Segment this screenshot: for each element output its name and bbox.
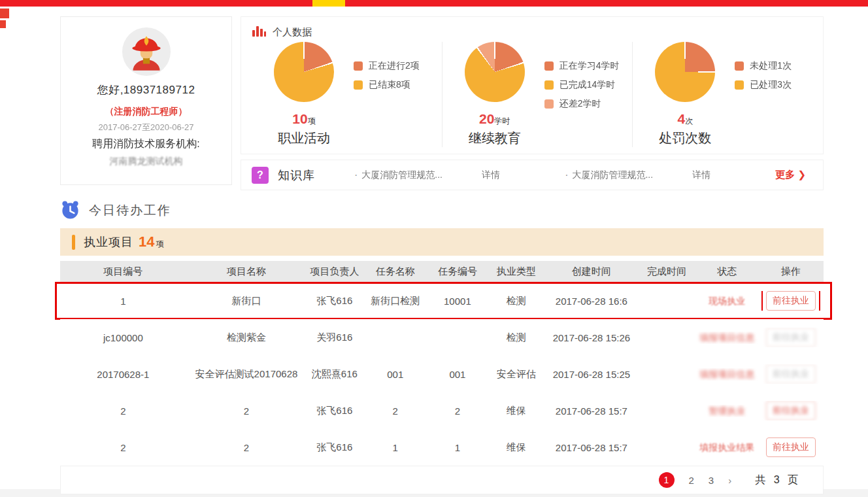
- go-practice-button[interactable]: 前往执业: [766, 437, 816, 457]
- knowledge-item-title[interactable]: 大厦消防管理规范...: [572, 169, 653, 181]
- chart-title: 继续教育: [469, 129, 521, 147]
- legend-swatch-icon: [354, 61, 363, 71]
- top-red-bar: [0, 0, 868, 7]
- cell-project-manager: 沈熙熹616: [307, 368, 362, 381]
- org-name: 河南腾龙测试机构: [61, 156, 231, 167]
- page-number[interactable]: 2: [689, 475, 694, 486]
- knowledge-item[interactable]: ·大厦消防管理规范...详情: [354, 169, 565, 181]
- cell-project-name: 检测紫金: [186, 332, 307, 344]
- legend-item: 已处理3次: [735, 79, 792, 91]
- pie-chart-section: 4次 处罚次数 未处理1次已处理3次: [632, 42, 823, 147]
- firefighter-avatar: [122, 27, 171, 76]
- left-edge-red-mark: [0, 20, 6, 28]
- legend-item: 未处理1次: [735, 60, 792, 72]
- dashboard-page: 您好,18937189712 （注册消防工程师） 2017-06-27至2020…: [0, 0, 868, 497]
- cell-created-time: 2017-06-28 15:26: [546, 332, 637, 343]
- cell-project-name: 新街口: [186, 295, 307, 307]
- column-header: 项目名称: [186, 266, 307, 278]
- go-practice-button[interactable]: 前往执业: [766, 328, 816, 347]
- cell-project-manager: 张飞616: [307, 441, 362, 454]
- cell-project-id: 2: [60, 442, 186, 453]
- legend-label: 已结束8项: [369, 79, 410, 91]
- main-content: 您好,18937189712 （注册消防工程师） 2017-06-27至2020…: [60, 16, 824, 494]
- chart-total: 4次: [678, 111, 693, 127]
- chart-title: 处罚次数: [659, 129, 711, 147]
- legend-label: 正在进行2项: [369, 60, 420, 72]
- detail-link[interactable]: 详情: [692, 169, 710, 181]
- pie-chart: [465, 42, 525, 102]
- total-pages-label: 共 3 页: [755, 473, 801, 487]
- knowledge-base-row: ? 知识库 ·大厦消防管理规范...详情·大厦消防管理规范...详情 更多 ❯: [241, 160, 824, 190]
- legend-label: 还差2学时: [559, 98, 601, 110]
- table-row: 2 2 张飞616 1 1 维保 2017-06-28 15:7 填报执业结果 …: [60, 429, 824, 466]
- todo-section-title: 今日待办工作: [89, 202, 171, 219]
- certificate-title: （注册消防工程师）: [61, 106, 231, 118]
- cell-task-number: 001: [428, 369, 487, 380]
- legend-label: 已处理3次: [750, 79, 792, 91]
- cell-created-time: 2017-06-28 16:6: [546, 296, 637, 307]
- cell-project-id: 2: [60, 405, 186, 417]
- chart-total: 10项: [292, 111, 315, 127]
- cell-project-name: 2: [186, 405, 307, 417]
- legend-label: 已完成14学时: [559, 79, 616, 91]
- cell-created-time: 2017-06-28 15:7: [546, 405, 637, 417]
- cell-practice-type: 检测: [487, 295, 546, 307]
- pie-chart-section: 20学时 继续教育 正在学习4学时已完成14学时还差2学时: [442, 42, 633, 147]
- go-practice-button[interactable]: 前往执业: [766, 291, 816, 311]
- status-badge: 填报项目信息: [699, 332, 754, 343]
- column-header: 执业类型: [487, 266, 546, 278]
- legend-label: 正在学习4学时: [559, 60, 620, 72]
- next-page-arrow[interactable]: ›: [728, 475, 731, 486]
- legend-swatch-icon: [544, 61, 554, 71]
- status-badge: 填报执业结果: [699, 442, 754, 453]
- column-header: 项目负责人: [307, 266, 362, 278]
- legend-label: 未处理1次: [750, 60, 792, 72]
- page-number[interactable]: 3: [709, 475, 714, 486]
- question-mark-icon: ?: [252, 167, 269, 184]
- knowledge-base-title: 知识库: [278, 167, 315, 183]
- cell-project-id: 20170628-1: [60, 369, 186, 380]
- legend-swatch-icon: [544, 99, 554, 109]
- personal-data-title: 个人数据: [273, 26, 312, 39]
- cell-created-time: 2017-06-28 15:25: [546, 369, 637, 380]
- alarm-clock-icon: [60, 199, 80, 222]
- cell-project-manager: 张飞616: [307, 405, 362, 417]
- pagination: 1 23 › 共 3 页: [60, 466, 824, 494]
- current-page-badge[interactable]: 1: [659, 472, 675, 488]
- cell-task-number: 2: [428, 405, 487, 417]
- status-badge: 暂缓执业: [709, 405, 745, 416]
- cell-task-name: 2: [363, 405, 428, 417]
- table-row: 1 新街口 张飞616 新街口检测 10001 检测 2017-06-28 16…: [60, 283, 824, 319]
- table-header-row: 项目编号项目名称项目负责人任务名称任务编号执业类型创建时间完成时间状态操作: [60, 261, 824, 283]
- legend-swatch-icon: [544, 80, 554, 90]
- pie-chart: [655, 42, 715, 102]
- knowledge-item[interactable]: ·大厦消防管理规范...详情: [565, 169, 775, 181]
- knowledge-item-title[interactable]: 大厦消防管理规范...: [361, 169, 442, 181]
- cell-created-time: 2017-06-28 15:7: [546, 442, 637, 453]
- chart-total: 20学时: [479, 111, 510, 127]
- cell-project-name: 安全评估测试20170628: [186, 368, 307, 381]
- bar-chart-icon: [252, 24, 266, 41]
- cell-task-name: 001: [363, 369, 428, 380]
- charts-row: 10项 职业活动 正在进行2项已结束8项 20学时 继续教育 正在学习4学时已完…: [252, 42, 823, 147]
- cell-project-id: jc100000: [60, 332, 186, 343]
- detail-link[interactable]: 详情: [482, 169, 500, 181]
- more-link[interactable]: 更多 ❯: [775, 169, 806, 181]
- go-practice-button[interactable]: 前往执业: [766, 401, 816, 420]
- practice-projects-header: 执业项目 14 项: [60, 228, 824, 256]
- status-badge: 现场执业: [709, 296, 745, 306]
- cell-practice-type: 检测: [487, 332, 546, 344]
- project-count: 14: [139, 233, 154, 250]
- chart-legend: 正在进行2项已结束8项: [354, 60, 420, 91]
- cell-project-manager: 关羽616: [307, 332, 362, 344]
- go-practice-button[interactable]: 前往执业: [766, 364, 816, 384]
- cell-task-name: 新街口检测: [363, 295, 428, 307]
- cell-practice-type: 安全评估: [487, 368, 546, 381]
- table-row: 2 2 张飞616 2 2 维保 2017-06-28 15:7 暂缓执业 前往…: [60, 392, 824, 429]
- left-edge-red-mark: [0, 9, 9, 18]
- legend-swatch-icon: [354, 80, 363, 90]
- projects-table: 项目编号项目名称项目负责人任务名称任务编号执业类型创建时间完成时间状态操作 1 …: [60, 261, 824, 494]
- column-header: 完成时间: [637, 266, 696, 278]
- cell-practice-type: 维保: [487, 441, 546, 454]
- cell-practice-type: 维保: [487, 405, 546, 417]
